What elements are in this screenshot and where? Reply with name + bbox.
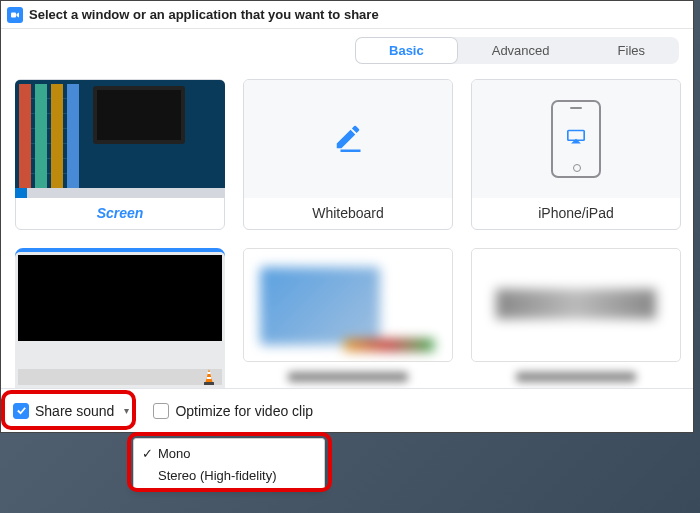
audio-mode-dropdown: ✓ Mono Stereo (High-fidelity) (133, 438, 325, 490)
svg-rect-5 (204, 382, 214, 385)
vlc-icon (199, 367, 219, 387)
share-sound-label: Share sound (35, 403, 114, 419)
airplay-icon (567, 129, 585, 149)
svg-rect-3 (208, 372, 211, 374)
share-option-screen[interactable]: Screen (15, 79, 225, 230)
share-option-vlc[interactable] (15, 248, 225, 392)
iphone-ipad-thumbnail (472, 80, 680, 198)
optimize-video-label: Optimize for video clip (175, 403, 313, 419)
screen-label: Screen (97, 198, 144, 229)
share-option-window-3[interactable] (471, 248, 681, 392)
svg-rect-4 (207, 377, 212, 379)
audio-mode-stereo[interactable]: Stereo (High-fidelity) (134, 464, 324, 486)
share-option-whiteboard[interactable]: Whiteboard (243, 79, 453, 230)
window-3-thumbnail (471, 248, 681, 362)
window-3-label (516, 372, 636, 382)
share-sound-checkbox[interactable] (13, 403, 29, 419)
zoom-icon (7, 7, 23, 23)
chevron-down-icon[interactable]: ▾ (124, 405, 129, 416)
device-icon (551, 100, 601, 178)
tab-bar: Basic Advanced Files (355, 37, 679, 64)
screen-thumbnail (15, 80, 225, 198)
optimize-video-toggle[interactable]: Optimize for video clip (153, 403, 313, 419)
check-icon: ✓ (142, 446, 158, 461)
iphone-ipad-label: iPhone/iPad (538, 198, 614, 229)
share-option-window-2[interactable] (243, 248, 453, 392)
vlc-thumbnail (15, 252, 225, 388)
tab-advanced[interactable]: Advanced (458, 37, 584, 64)
mono-label: Mono (158, 446, 191, 461)
titlebar-text: Select a window or an application that y… (29, 7, 379, 22)
tab-basic[interactable]: Basic (355, 37, 458, 64)
optimize-video-checkbox[interactable] (153, 403, 169, 419)
desktop-preview (15, 80, 225, 198)
stereo-label: Stereo (High-fidelity) (158, 468, 277, 483)
svg-rect-0 (11, 12, 16, 17)
share-options-grid: Screen Whiteboard iPhone/iPad (15, 79, 685, 392)
tab-files[interactable]: Files (584, 37, 679, 64)
footer: Share sound ▾ Optimize for video clip (1, 388, 693, 432)
whiteboard-thumbnail (244, 80, 452, 198)
audio-mode-mono[interactable]: ✓ Mono (134, 442, 324, 464)
window-2-label (288, 372, 408, 382)
titlebar: Select a window or an application that y… (1, 1, 693, 29)
share-sound-toggle[interactable]: Share sound ▾ (13, 403, 129, 419)
share-screen-dialog: Select a window or an application that y… (0, 0, 694, 433)
whiteboard-label: Whiteboard (312, 198, 384, 229)
share-option-iphone-ipad[interactable]: iPhone/iPad (471, 79, 681, 230)
window-2-thumbnail (243, 248, 453, 362)
pen-icon (333, 122, 363, 156)
